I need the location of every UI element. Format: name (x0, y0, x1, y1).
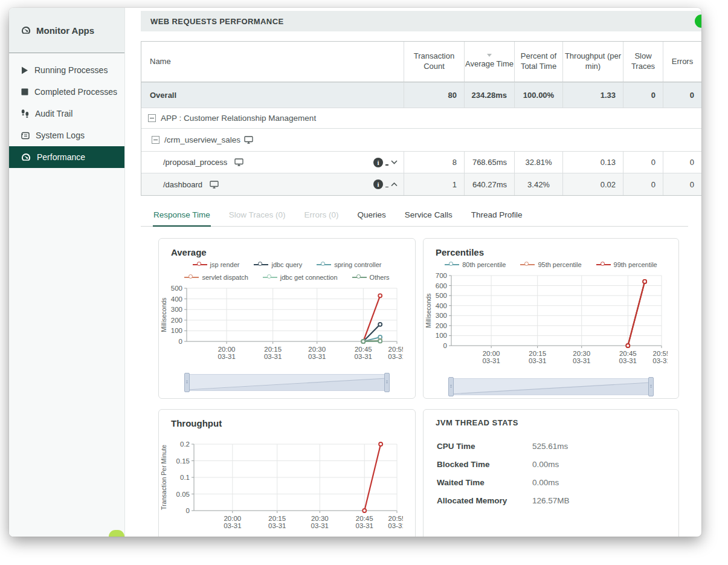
average-time: 768.65ms (464, 152, 514, 173)
legend-item[interactable]: 80th percentile (445, 261, 506, 268)
svg-text:Milliseconds: Milliseconds (425, 293, 432, 328)
column-header-transaction-count[interactable]: Transaction Count (404, 42, 464, 82)
collapse-icon[interactable] (148, 114, 156, 122)
gauge-icon (21, 26, 31, 34)
overall-percent: 100.00% (514, 83, 562, 108)
chart-legend: 80th percentile95th percentile99th perce… (439, 261, 663, 268)
status-indicator-dot[interactable] (695, 15, 701, 28)
column-header-name[interactable]: Name (141, 42, 404, 82)
svg-text:300: 300 (436, 312, 447, 319)
sidebar-item-running-processes[interactable]: Running Processes (9, 59, 124, 81)
slow-traces: 0 (623, 152, 663, 173)
legend-item[interactable]: Others (352, 274, 390, 281)
gauge-icon (21, 153, 31, 161)
overall-errors: 0 (663, 83, 701, 108)
monitor-window: Monitor Apps Running Processes Completed… (9, 8, 701, 537)
errors: 0 (663, 173, 701, 195)
slider-track[interactable] (451, 378, 651, 395)
chevron-up-icon[interactable] (391, 182, 398, 187)
svg-text:20:3003-31: 20:3003-31 (308, 346, 326, 360)
slider-handle-left[interactable] (448, 377, 454, 396)
svg-text:600: 600 (436, 282, 447, 289)
column-header-errors[interactable]: Errors (663, 42, 701, 82)
svg-text:0: 0 (186, 507, 190, 514)
underscore-mark (385, 164, 388, 166)
svg-text:300: 300 (171, 306, 182, 313)
sidebar-title: Monitor Apps (36, 25, 94, 36)
main-content: WEB REQUESTS PERFORMANCE Name Transactio… (141, 8, 701, 537)
throughput: 0.13 (562, 152, 623, 173)
svg-text:20:5503-31: 20:5503-31 (388, 515, 403, 529)
slider-track[interactable] (187, 374, 387, 391)
sidebar-item-performance[interactable]: Performance (9, 146, 124, 168)
svg-text:20:4503-31: 20:4503-31 (356, 515, 373, 529)
column-header-percent-total[interactable]: Percent of Total Time (514, 42, 562, 82)
slider-preview (187, 375, 387, 390)
percentiles-plot: 010020030040050060070020:0003-3120:1503-… (424, 271, 668, 371)
sidebar-menu: Running Processes Completed Processes Au… (9, 53, 124, 168)
svg-text:200: 200 (436, 322, 447, 329)
time-range-slider (187, 374, 387, 391)
jvm-stat-value: 126.57MB (532, 496, 570, 505)
overall-throughput: 1.33 (562, 83, 623, 108)
info-icon[interactable]: i (373, 158, 383, 167)
jvm-stat-label: Waited Time (437, 478, 532, 487)
throughput-chart: 00.050.10.150.220:0003-3120:1503-3120:30… (159, 439, 415, 537)
legend-item[interactable]: servlet dispatch (184, 274, 248, 281)
detail-tabs: Response Time Slow Traces (0) Errors (0)… (141, 205, 688, 227)
tab-queries[interactable]: Queries (357, 205, 387, 226)
sidebar-item-audit-trail[interactable]: Audit Trail (9, 103, 124, 124)
web-requests-table: Name Transaction Count Average Time Perc… (141, 41, 701, 196)
legend-item[interactable]: jdbc query (254, 261, 302, 268)
floating-help-button[interactable] (109, 530, 124, 537)
sidebar-item-system-logs[interactable]: System Logs (9, 124, 124, 146)
column-header-slow-traces[interactable]: Slow Traces (623, 42, 663, 82)
slow-traces: 0 (623, 173, 663, 195)
legend-item[interactable]: jdbc get connection (263, 274, 338, 281)
slider-handle-left[interactable] (184, 373, 190, 392)
svg-text:20:4503-31: 20:4503-31 (355, 346, 372, 360)
column-header-throughput[interactable]: Throughput (per min) (562, 42, 623, 82)
slider-handle-right[interactable] (384, 373, 390, 392)
legend-item[interactable]: 95th percentile (520, 261, 581, 268)
svg-text:0: 0 (179, 338, 182, 345)
svg-text:200: 200 (171, 317, 182, 324)
svg-text:100: 100 (436, 332, 447, 339)
info-icon[interactable]: i (373, 179, 383, 189)
jvm-stat-value: 525.61ms (532, 442, 568, 451)
collapse-icon[interactable] (152, 136, 159, 144)
play-icon (21, 66, 28, 74)
sidebar-item-label: Completed Processes (34, 87, 117, 97)
tab-thread-profile[interactable]: Thread Profile (471, 205, 523, 226)
tab-service-calls[interactable]: Service Calls (404, 205, 453, 226)
svg-text:400: 400 (436, 302, 447, 309)
stop-icon (21, 88, 28, 95)
average-chart: 010020030040050020:0003-3120:1503-3120:3… (159, 283, 415, 369)
monitor-icon (210, 181, 219, 189)
tab-slow-traces[interactable]: Slow Traces (0) (228, 205, 286, 226)
throughput-chart-card: Throughput 00.050.10.150.220:0003-3120:1… (158, 409, 416, 537)
legend-item[interactable]: 99th percentile (596, 261, 657, 268)
sidebar-item-label: Audit Trail (35, 109, 72, 118)
svg-text:0: 0 (443, 342, 447, 349)
chart-title: Average (171, 247, 415, 257)
svg-text:20:0003-31: 20:0003-31 (482, 350, 500, 364)
sidebar-item-completed-processes[interactable]: Completed Processes (9, 81, 124, 103)
tab-errors[interactable]: Errors (0) (304, 205, 340, 226)
legend-item[interactable]: jsp render (193, 261, 240, 268)
sidebar: Monitor Apps Running Processes Completed… (9, 8, 125, 537)
table-row-overall: Overall 80 234.28ms 100.00% 1.33 0 0 (141, 82, 701, 108)
jvm-stat-row: Allocated Memory 126.57MB (437, 496, 678, 505)
tab-response-time[interactable]: Response Time (153, 205, 211, 227)
svg-text:0.15: 0.15 (176, 457, 190, 465)
table-row-proposal-process[interactable]: /proposal_process i 8 768.65ms 32.81% 0.… (141, 151, 701, 173)
svg-text:20:5503-31: 20:5503-31 (388, 346, 403, 360)
chevron-down-icon[interactable] (391, 160, 398, 164)
slider-handle-right[interactable] (648, 377, 654, 396)
request-name: /proposal_process i (141, 152, 404, 173)
scroll-icon (21, 132, 30, 140)
column-header-average-time[interactable]: Average Time (464, 42, 514, 82)
svg-text:20:1503-31: 20:1503-31 (529, 350, 546, 364)
table-row-dashboard[interactable]: /dashboard i 1 640.27ms 3.42% 0.02 0 0 (141, 173, 701, 195)
legend-item[interactable]: spring controller (317, 261, 381, 268)
